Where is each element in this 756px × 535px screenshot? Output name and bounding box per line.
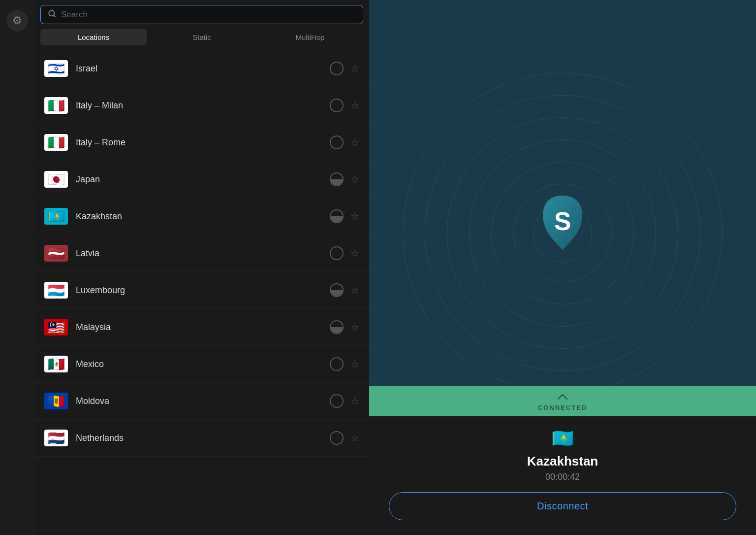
connected-time: 00:00:42 (545, 472, 580, 482)
flag-italy-rome (44, 134, 68, 151)
connect-button-moldova[interactable] (330, 394, 344, 408)
location-name-malaysia: Malaysia (76, 322, 330, 333)
gear-icon: ⚙ (12, 14, 22, 27)
search-bar (34, 0, 369, 29)
location-item-kazakhstan[interactable]: Kazakhstan☆ (34, 198, 369, 235)
location-actions-italy-rome: ☆ (330, 135, 359, 149)
settings-button[interactable]: ⚙ (6, 10, 28, 32)
location-name-moldova: Moldova (76, 396, 330, 406)
location-name-netherlands: Netherlands (76, 433, 330, 443)
connect-button-malaysia[interactable] (330, 320, 344, 334)
connected-country-name: Kazakhstan (527, 454, 598, 469)
location-name-latvia: Latvia (76, 248, 330, 259)
location-name-kazakhstan: Kazakhstan (76, 211, 330, 222)
location-actions-luxembourg: ☆ (330, 283, 359, 297)
connected-status-label: CONNECTED (538, 404, 587, 416)
sidebar-strip: ⚙ (0, 0, 34, 535)
favorite-button-moldova[interactable]: ☆ (350, 396, 359, 406)
location-actions-moldova: ☆ (330, 394, 359, 408)
location-actions-netherlands: ☆ (330, 431, 359, 445)
favorite-button-latvia[interactable]: ☆ (350, 248, 359, 258)
location-name-luxembourg: Luxembourg (76, 285, 330, 296)
flag-kazakhstan (44, 208, 68, 225)
location-name-israel: Israel (76, 64, 330, 74)
location-actions-israel: ☆ (330, 62, 359, 75)
search-input[interactable] (61, 10, 356, 20)
location-name-italy-milan: Italy – Milan (76, 100, 330, 111)
vpn-logo: S (536, 191, 590, 255)
flag-luxembourg (44, 282, 68, 299)
tab-static[interactable]: Static (149, 29, 255, 45)
flag-israel (44, 60, 68, 77)
collapse-button[interactable] (550, 389, 575, 404)
search-icon (48, 9, 56, 20)
favorite-button-netherlands[interactable]: ☆ (350, 433, 359, 443)
favorite-button-malaysia[interactable]: ☆ (350, 322, 359, 332)
favorite-button-israel[interactable]: ☆ (350, 64, 359, 73)
flag-japan (44, 171, 68, 188)
location-actions-kazakhstan: ☆ (330, 209, 359, 223)
location-item-italy-rome[interactable]: Italy – Rome☆ (34, 124, 369, 161)
location-actions-mexico: ☆ (330, 357, 359, 371)
flag-italy-milan (44, 97, 68, 114)
connect-button-mexico[interactable] (330, 357, 344, 371)
location-item-mexico[interactable]: Mexico☆ (34, 346, 369, 383)
svg-text:S: S (554, 207, 571, 235)
flag-netherlands (44, 430, 68, 446)
tab-multihop[interactable]: MultiHop (257, 29, 363, 45)
location-panel: Locations Static MultiHop Israel☆Italy –… (34, 0, 369, 535)
location-actions-latvia: ☆ (330, 246, 359, 260)
search-input-wrapper (40, 5, 363, 24)
favorite-button-italy-rome[interactable]: ☆ (350, 137, 359, 147)
connect-button-kazakhstan[interactable] (330, 209, 344, 223)
location-actions-japan: ☆ (330, 172, 359, 186)
location-actions-italy-milan: ☆ (330, 99, 359, 112)
connect-button-israel[interactable] (330, 62, 344, 75)
location-name-japan: Japan (76, 174, 330, 185)
location-item-moldova[interactable]: Moldova☆ (34, 383, 369, 420)
connect-button-netherlands[interactable] (330, 431, 344, 445)
favorite-button-luxembourg[interactable]: ☆ (350, 285, 359, 295)
favorite-button-mexico[interactable]: ☆ (350, 359, 359, 369)
location-item-israel[interactable]: Israel☆ (34, 50, 369, 87)
connect-button-luxembourg[interactable] (330, 283, 344, 297)
location-name-mexico: Mexico (76, 359, 330, 369)
connect-button-japan[interactable] (330, 172, 344, 186)
location-list: Israel☆Italy – Milan☆Italy – Rome☆Japan☆… (34, 50, 369, 535)
tab-locations[interactable]: Locations (40, 29, 147, 45)
flag-latvia (44, 245, 68, 262)
connect-button-latvia[interactable] (330, 246, 344, 260)
location-item-netherlands[interactable]: Netherlands☆ (34, 420, 369, 457)
disconnect-button[interactable]: Disconnect (389, 492, 736, 520)
location-item-japan[interactable]: Japan☆ (34, 161, 369, 198)
tabs-container: Locations Static MultiHop (34, 29, 369, 50)
location-item-malaysia[interactable]: Malaysia☆ (34, 309, 369, 346)
location-actions-malaysia: ☆ (330, 320, 359, 334)
favorite-button-italy-milan[interactable]: ☆ (350, 100, 359, 110)
svg-line-1 (54, 15, 55, 17)
connect-button-italy-milan[interactable] (330, 99, 344, 112)
connection-card: 🇰🇿 Kazakhstan 00:00:42 Disconnect (369, 416, 756, 535)
connected-country-flag: 🇰🇿 (552, 428, 574, 449)
connected-banner: CONNECTED (369, 386, 756, 416)
flag-mexico (44, 356, 68, 372)
location-item-luxembourg[interactable]: Luxembourg☆ (34, 272, 369, 309)
flag-moldova (44, 393, 68, 409)
location-item-italy-milan[interactable]: Italy – Milan☆ (34, 87, 369, 124)
vpn-panel: S CONNECTED 🇰🇿 Kazakhstan 00:00:42 Disco… (369, 0, 756, 535)
favorite-button-kazakhstan[interactable]: ☆ (350, 211, 359, 221)
location-item-latvia[interactable]: Latvia☆ (34, 235, 369, 272)
location-name-italy-rome: Italy – Rome (76, 137, 330, 148)
favorite-button-japan[interactable]: ☆ (350, 174, 359, 184)
flag-malaysia (44, 319, 68, 335)
connect-button-italy-rome[interactable] (330, 135, 344, 149)
